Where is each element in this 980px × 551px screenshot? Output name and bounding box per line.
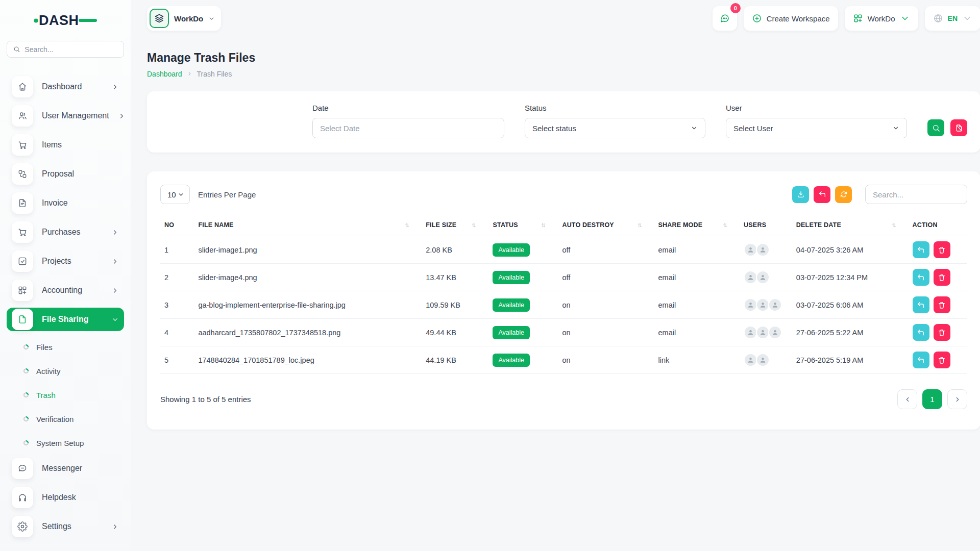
- chevron-down-icon: [208, 15, 215, 22]
- sidebar-item-invoice[interactable]: Invoice: [7, 191, 124, 215]
- column-header-status[interactable]: STATUS: [488, 216, 558, 236]
- column-header-delete-date[interactable]: DELETE DATE: [792, 216, 909, 236]
- share-mode-cell: email: [654, 291, 740, 319]
- sort-icon[interactable]: [404, 222, 410, 229]
- auto-destroy-cell: off: [558, 264, 654, 291]
- workspace-switcher-button[interactable]: WorkDo: [845, 6, 918, 31]
- sort-icon[interactable]: [636, 222, 643, 229]
- sidebar-subitem-system-setup[interactable]: System Setup: [7, 433, 124, 453]
- entries-summary: Showing 1 to 5 of 5 entries: [160, 395, 251, 404]
- messages-button[interactable]: 0: [713, 6, 737, 31]
- sidebar-subitem-files[interactable]: Files: [7, 337, 124, 357]
- status-ring-icon: [23, 344, 29, 350]
- restore-file-button[interactable]: [913, 296, 929, 313]
- create-workspace-button[interactable]: Create Workspace: [744, 6, 838, 31]
- sidebar-item-accounting[interactable]: Accounting: [7, 279, 124, 302]
- status-ring-icon: [23, 368, 29, 374]
- filter-reset-button[interactable]: [950, 119, 967, 136]
- sidebar-item-helpdesk[interactable]: Helpdesk: [7, 486, 124, 509]
- workspace-selector[interactable]: WorkDo: [147, 6, 221, 31]
- delete-date-cell: 03-07-2025 12:34 PM: [792, 264, 909, 291]
- user-select[interactable]: Select User: [726, 118, 907, 138]
- column-header-file-size[interactable]: FILE SIZE: [422, 216, 488, 236]
- filter-search-button[interactable]: [927, 119, 944, 136]
- action-cell: [909, 236, 967, 264]
- breadcrumb-current: Trash Files: [197, 70, 232, 78]
- delete-file-button[interactable]: [934, 241, 950, 258]
- sidebar-item-messenger[interactable]: Messenger: [7, 457, 124, 480]
- sort-icon[interactable]: [540, 222, 547, 229]
- sidebar-item-label: Accounting: [42, 286, 82, 295]
- file-x-icon: [955, 124, 963, 132]
- delete-file-button[interactable]: [934, 324, 950, 341]
- refresh-button[interactable]: [835, 186, 852, 203]
- entries-per-page-label: Entries Per Page: [198, 190, 256, 199]
- status-select[interactable]: Select status: [525, 118, 705, 138]
- status-cell: Available: [488, 291, 558, 319]
- restore-all-button[interactable]: [814, 186, 830, 203]
- action-cell: [909, 291, 967, 319]
- table-row: 4aadharcard_1735807802_1737348518.png49.…: [160, 319, 967, 346]
- file-size-cell: 2.08 KB: [422, 236, 488, 264]
- delete-date-cell: 27-06-2025 5:19 AM: [792, 346, 909, 374]
- sidebar-item-label: Settings: [42, 522, 71, 531]
- entries-per-page-select[interactable]: 10: [160, 185, 190, 204]
- column-header-share-mode[interactable]: SHARE MODE: [654, 216, 740, 236]
- sidebar-subitem-activity[interactable]: Activity: [7, 361, 124, 381]
- brand-logo[interactable]: DASH: [7, 11, 124, 30]
- table-search-input[interactable]: [865, 185, 967, 204]
- cart-icon: [12, 134, 33, 156]
- share-mode-cell: email: [654, 236, 740, 264]
- export-button[interactable]: [792, 186, 809, 203]
- sidebar-search-input[interactable]: [24, 45, 117, 54]
- file-size-cell: 13.47 KB: [422, 264, 488, 291]
- page-title: Manage Trash Files: [147, 51, 980, 65]
- date-input[interactable]: [312, 118, 504, 138]
- sidebar-subitem-trash[interactable]: Trash: [7, 385, 124, 405]
- prev-page-button[interactable]: [897, 389, 917, 409]
- topbar: WorkDo 0 Create Workspace WorkDo: [147, 6, 980, 31]
- page-1-button[interactable]: 1: [922, 389, 942, 409]
- chevron-down-icon: [111, 316, 119, 323]
- user-avatar-icon: [744, 270, 757, 284]
- restore-file-button[interactable]: [913, 241, 929, 258]
- next-page-button[interactable]: [947, 389, 967, 409]
- sidebar-item-proposal[interactable]: Proposal: [7, 162, 124, 186]
- sidebar-item-items[interactable]: Items: [7, 133, 124, 157]
- column-header-auto-destroy[interactable]: AUTO DESTROY: [558, 216, 654, 236]
- status-badge: Available: [493, 271, 530, 284]
- trash-files-card: 10 Entries Per Page: [147, 171, 980, 430]
- sidebar-item-file-sharing[interactable]: File Sharing: [7, 308, 124, 331]
- delete-file-button[interactable]: [934, 352, 950, 368]
- sidebar-item-projects[interactable]: Projects: [7, 249, 124, 273]
- sidebar: DASH DashboardUser ManagementItemsPropos…: [0, 0, 131, 551]
- invoice-icon: [12, 192, 33, 214]
- column-header-file-name[interactable]: FILE NAME: [194, 216, 422, 236]
- column-header-no: NO: [160, 216, 194, 236]
- users-cell: [740, 291, 792, 319]
- sidebar-item-user-management[interactable]: User Management: [7, 104, 124, 128]
- sidebar-item-purchases[interactable]: Purchases: [7, 220, 124, 244]
- status-field: Status Select status: [525, 104, 705, 138]
- status-ring-icon: [23, 416, 29, 422]
- user-avatars: [744, 298, 788, 312]
- sort-icon[interactable]: [891, 222, 897, 229]
- sidebar-item-label: User Management: [42, 111, 109, 120]
- restore-file-button[interactable]: [913, 352, 929, 368]
- restore-file-button[interactable]: [913, 324, 929, 341]
- sidebar-item-dashboard[interactable]: Dashboard: [7, 75, 124, 98]
- refresh-icon: [840, 190, 848, 198]
- status-badge: Available: [493, 354, 530, 367]
- users-icon: [12, 105, 33, 127]
- restore-file-button[interactable]: [913, 269, 929, 286]
- language-button[interactable]: EN: [925, 6, 980, 31]
- sort-icon[interactable]: [471, 222, 477, 229]
- delete-file-button[interactable]: [934, 296, 950, 313]
- sort-icon[interactable]: [722, 222, 728, 229]
- sidebar-subitem-verification[interactable]: Verification: [7, 409, 124, 429]
- delete-date-cell: 27-06-2025 5:22 AM: [792, 319, 909, 346]
- sidebar-item-settings[interactable]: Settings: [7, 515, 124, 538]
- proposal-icon: [12, 163, 33, 185]
- delete-file-button[interactable]: [934, 269, 950, 286]
- breadcrumb-dashboard-link[interactable]: Dashboard: [147, 70, 182, 78]
